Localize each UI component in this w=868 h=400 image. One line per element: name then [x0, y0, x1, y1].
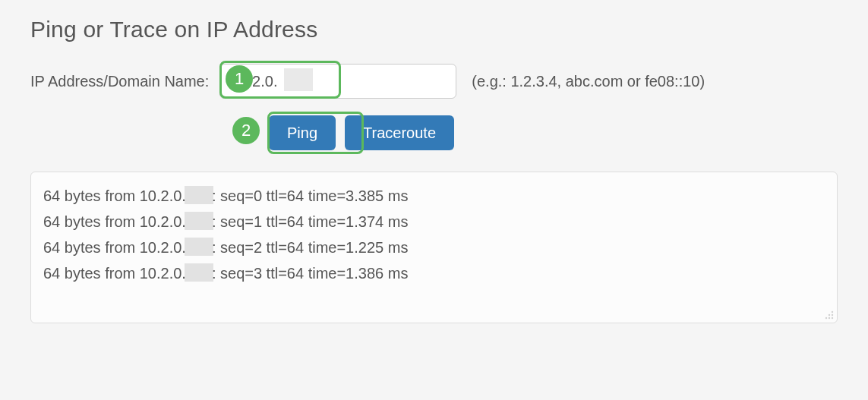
- ping-output-line: 64 bytes from 10.2.0.: seq=1 ttl=64 time…: [43, 209, 825, 235]
- ip-address-input[interactable]: [219, 64, 456, 99]
- redaction-mask: [284, 68, 313, 91]
- redaction-mask: [185, 212, 213, 230]
- redaction-mask: [185, 238, 213, 256]
- svg-point-3: [825, 317, 827, 319]
- ping-output-line: 64 bytes from 10.2.0.: seq=3 ttl=64 time…: [43, 260, 825, 286]
- step-badge-2: 2: [232, 117, 260, 144]
- resize-grip-icon[interactable]: [823, 309, 834, 320]
- ip-field-label: IP Address/Domain Name:: [30, 73, 209, 90]
- traceroute-button[interactable]: Traceroute: [345, 115, 454, 150]
- page-title: Ping or Trace on IP Address: [30, 17, 838, 43]
- ping-output-box[interactable]: 64 bytes from 10.2.0.: seq=0 ttl=64 time…: [30, 172, 838, 323]
- ping-output-line: 64 bytes from 10.2.0.: seq=0 ttl=64 time…: [43, 183, 825, 209]
- svg-point-4: [829, 317, 830, 319]
- svg-point-0: [832, 311, 833, 313]
- step-badge-1: 1: [226, 65, 253, 93]
- redaction-mask: [185, 186, 213, 204]
- svg-point-2: [832, 314, 833, 316]
- svg-point-5: [832, 317, 833, 319]
- svg-point-1: [829, 314, 830, 316]
- input-hint: (e.g.: 1.2.3.4, abc.com or fe08::10): [472, 73, 705, 90]
- redaction-mask: [185, 263, 213, 282]
- ping-output-line: 64 bytes from 10.2.0.: seq=2 ttl=64 time…: [43, 235, 825, 260]
- ping-button[interactable]: Ping: [269, 115, 336, 150]
